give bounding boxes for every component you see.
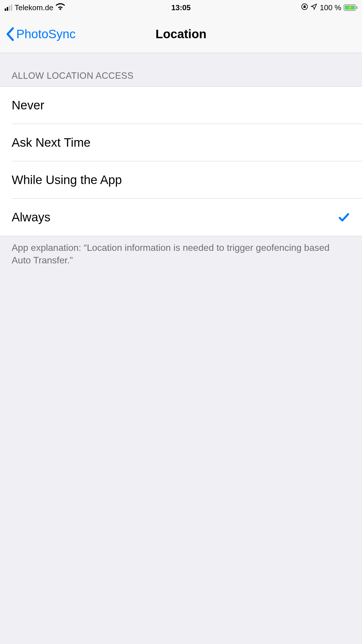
- location-access-list: Never Ask Next Time While Using the App …: [0, 86, 362, 236]
- checkmark-icon: [338, 211, 350, 224]
- chevron-left-icon: [6, 27, 14, 41]
- back-button-label: PhotoSync: [16, 27, 75, 41]
- section-footer: App explanation: “Location information i…: [0, 236, 362, 272]
- option-label: Never: [12, 98, 44, 112]
- option-label: Always: [12, 210, 50, 224]
- option-always[interactable]: Always: [0, 199, 362, 236]
- svg-rect-1: [304, 6, 305, 7]
- status-bar: Telekom.de 13:05 100 % ⚡: [0, 0, 362, 15]
- back-button[interactable]: PhotoSync: [6, 27, 75, 41]
- location-arrow-icon: [310, 3, 317, 12]
- battery-percent: 100 %: [320, 3, 341, 12]
- carrier-label: Telekom.de: [15, 3, 53, 12]
- option-never[interactable]: Never: [0, 87, 362, 124]
- option-label: While Using the App: [12, 173, 122, 187]
- signal-strength-icon: [5, 4, 12, 11]
- page-title: Location: [156, 27, 207, 41]
- option-while-using[interactable]: While Using the App: [0, 161, 362, 199]
- status-time: 13:05: [171, 3, 191, 12]
- status-left: Telekom.de: [5, 3, 65, 12]
- option-ask-next-time[interactable]: Ask Next Time: [0, 124, 362, 161]
- wifi-icon: [56, 3, 65, 12]
- navigation-bar: PhotoSync Location: [0, 15, 362, 53]
- status-right: 100 % ⚡: [301, 3, 357, 12]
- rotation-lock-icon: [301, 3, 308, 12]
- section-header: Allow Location Access: [0, 53, 362, 86]
- option-label: Ask Next Time: [12, 136, 91, 150]
- battery-icon: ⚡: [344, 4, 357, 11]
